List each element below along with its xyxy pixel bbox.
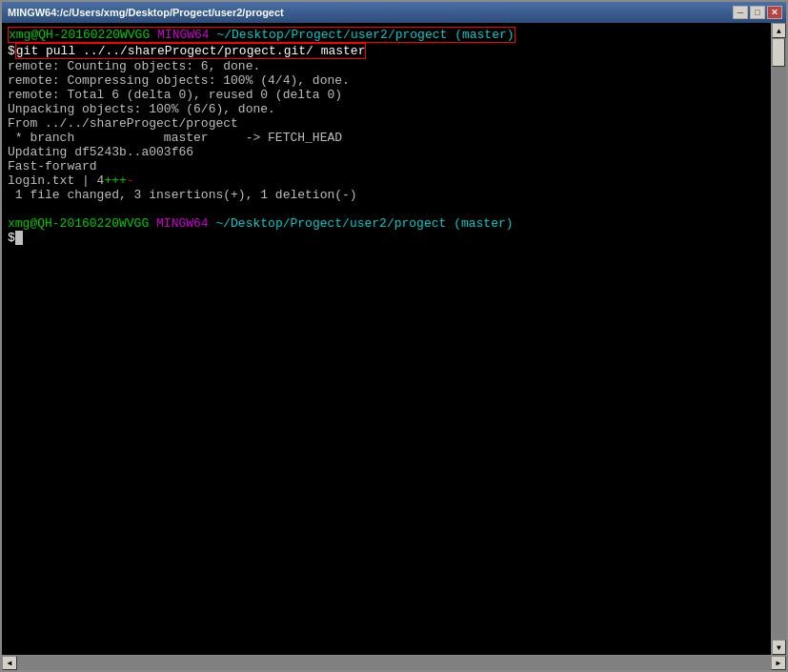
command-text: git pull ../../shareProgect/progect.git/… (15, 43, 367, 59)
terminal-window: MINGW64:/c/Users/xmg/Desktop/Progect/use… (0, 0, 788, 672)
close-button[interactable]: ✕ (767, 6, 782, 19)
terminal[interactable]: xmg@QH-20160220WVGG MINGW64 ~/Desktop/Pr… (2, 23, 771, 655)
prompt-mingw-2: MINGW64 (156, 216, 209, 231)
scroll-thumb[interactable] (772, 38, 785, 67)
output-line-6: * branch master -> FETCH_HEAD (8, 131, 765, 145)
prompt-box-1: xmg@QH-20160220WVGG MINGW64 ~/Desktop/Pr… (8, 27, 515, 43)
window-title: MINGW64:/c/Users/xmg/Desktop/Progect/use… (6, 7, 284, 18)
title-bar: MINGW64:/c/Users/xmg/Desktop/Progect/use… (2, 2, 786, 23)
empty-line (8, 202, 765, 216)
vertical-scrollbar[interactable]: ▲ ▼ (771, 23, 786, 655)
output-line-10: 1 file changed, 3 insertions(+), 1 delet… (8, 188, 765, 202)
prompt-branch-2: (master) (454, 216, 513, 231)
prompt-branch-1: (master) (455, 28, 514, 42)
output-line-7: Updating df5243b..a003f66 (8, 145, 765, 159)
prompt-line-2: xmg@QH-20160220WVGG MINGW64 ~/Desktop/Pr… (8, 216, 765, 231)
prompt-line-1: xmg@QH-20160220WVGG MINGW64 ~/Desktop/Pr… (8, 27, 765, 43)
output-line-5: From ../../shareProgect/progect (8, 116, 765, 131)
output-line-9: login.txt | 4 +++ - (8, 173, 765, 188)
cursor-line: $ (8, 231, 765, 245)
file-stat: login.txt | 4 (8, 173, 104, 188)
output-line-3: remote: Total 6 (delta 0), reused 0 (del… (8, 88, 765, 102)
output-line-1: remote: Counting objects: 6, done. (8, 59, 765, 73)
terminal-area: xmg@QH-20160220WVGG MINGW64 ~/Desktop/Pr… (2, 23, 786, 655)
maximize-button[interactable]: □ (750, 6, 765, 19)
prompt-space-5 (209, 216, 216, 231)
prompt-path-1: ~/Desktop/Progect/user2/progect (216, 28, 447, 42)
scroll-right-button[interactable]: ▶ (771, 656, 786, 670)
output-line-2: remote: Compressing objects: 100% (4/4),… (8, 73, 765, 88)
prompt-space-4 (149, 216, 156, 231)
scroll-left-button[interactable]: ◀ (2, 656, 17, 670)
output-line-8: Fast-forward (8, 159, 765, 173)
plus-markers: +++ (104, 173, 126, 188)
cursor-dollar: $ (8, 231, 15, 245)
minus-marker: - (127, 173, 134, 188)
prompt-space-2 (210, 28, 217, 42)
command-line: $ git pull ../../shareProgect/progect.gi… (8, 43, 765, 59)
scroll-track[interactable] (772, 38, 786, 640)
cursor-block (15, 231, 23, 245)
minimize-button[interactable]: ─ (733, 6, 748, 19)
prompt-space-1 (150, 28, 157, 42)
output-line-4: Unpacking objects: 100% (6/6), done. (8, 102, 765, 116)
h-scroll-track[interactable] (17, 656, 771, 670)
horizontal-scrollbar[interactable]: ◀ ▶ (2, 655, 786, 670)
prompt-space-3 (447, 28, 455, 42)
window-controls: ─ □ ✕ (733, 6, 782, 19)
scroll-up-button[interactable]: ▲ (772, 23, 786, 38)
prompt-user-host-2: xmg@QH-20160220WVGG (8, 216, 149, 231)
dollar-sign: $ (8, 44, 15, 58)
prompt-path-2: ~/Desktop/Progect/user2/progect (215, 216, 446, 231)
prompt-space-6 (446, 216, 454, 231)
prompt-user-host-1: xmg@QH-20160220WVGG (9, 28, 150, 42)
scroll-down-button[interactable]: ▼ (772, 640, 786, 655)
prompt-mingw-1: MINGW64 (157, 28, 210, 42)
